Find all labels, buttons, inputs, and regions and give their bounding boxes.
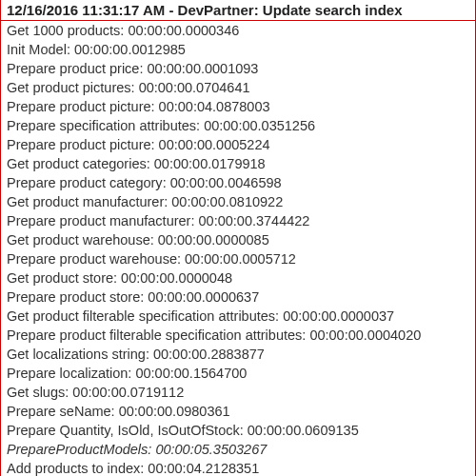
- log-row-label: Prepare product store: [7, 289, 140, 305]
- log-row: Prepare product picture00:00:00.0005224: [7, 135, 469, 154]
- log-row-label: Get product manufacturer: [7, 194, 164, 209]
- log-row-label: Get 1000 products: [7, 23, 120, 38]
- log-row-label: Prepare product manufacturer: [7, 213, 190, 228]
- log-row-time: 00:00:00.0046598: [170, 175, 282, 190]
- log-row-separator: [163, 175, 170, 190]
- log-row-label: Get product store: [7, 270, 113, 286]
- log-row-label: Prepare product warehouse: [7, 251, 177, 267]
- log-row-label: Prepare Quantity, IsOld, IsOutOfStock: [7, 423, 240, 438]
- header-timestamp: 12/16/2016 11:31:17 AM: [7, 2, 165, 18]
- log-row-label: Get product pictures: [7, 80, 131, 95]
- header-sep2: :: [254, 2, 263, 18]
- log-row-time: 00:00:00.0810922: [171, 194, 283, 209]
- log-row-time: 00:00:00.0000346: [128, 23, 239, 38]
- log-row-label: Get slugs: [7, 385, 65, 400]
- log-row: Prepare product store00:00:00.0000637: [7, 288, 469, 307]
- log-row: Add products to index00:00:04.2128351: [7, 459, 469, 476]
- log-panel: 12/16/2016 11:31:17 AM - DevPartner: Upd…: [0, 0, 476, 476]
- log-row-time: 00:00:05.3503267: [155, 442, 267, 457]
- log-row: Prepare product category00:00:00.0046598: [7, 173, 469, 192]
- log-row-separator: [146, 347, 153, 362]
- log-row-separator: [139, 61, 147, 76]
- log-row-label: Prepare localization: [7, 366, 128, 381]
- log-row-separator: [111, 404, 119, 419]
- log-row-separator: [275, 308, 283, 324]
- log-row-time: 00:00:00.0179918: [154, 156, 266, 171]
- log-row: Prepare localization00:00:00.1564700: [7, 364, 469, 383]
- log-row-label: Prepare product picture: [7, 137, 151, 152]
- log-row-label: Get product categories: [7, 156, 147, 171]
- log-row-time: 00:00:00.0005712: [185, 251, 296, 267]
- log-row-time: 00:00:00.0000037: [283, 308, 394, 324]
- log-row-label: Init Model: [7, 42, 67, 57]
- log-row-label: Prepare product picture: [7, 99, 151, 114]
- log-rows: Get 1000 products00:00:00.0000346Init Mo…: [7, 21, 469, 476]
- log-row: Prepare product warehouse00:00:00.000571…: [7, 249, 469, 268]
- log-row-separator: [177, 251, 185, 267]
- log-row: Get product store00:00:00.0000048: [7, 268, 469, 288]
- log-row-time: 00:00:00.0012985: [74, 42, 186, 57]
- log-row-time: 00:00:00.0719112: [72, 385, 184, 400]
- log-row-label: Prepare seName: [7, 404, 111, 419]
- log-row: Prepare product manufacturer00:00:00.374…: [7, 211, 469, 230]
- log-row-time: 00:00:04.0878003: [159, 99, 270, 114]
- log-row-label: Get product filterable specification att…: [7, 308, 275, 324]
- log-row-separator: [240, 423, 248, 438]
- log-row-label: Get localizations string: [7, 347, 146, 362]
- header-title: Update search index: [263, 2, 403, 18]
- log-row: Prepare specification attributes00:00:00…: [7, 116, 469, 135]
- log-row-label: Prepare product category: [7, 175, 163, 190]
- log-row-time: 00:00:00.0000048: [121, 270, 232, 286]
- log-row-time: 00:00:04.2128351: [148, 461, 259, 476]
- log-row: Prepare product filterable specification…: [7, 326, 469, 345]
- log-row: Prepare seName00:00:00.0980361: [7, 402, 469, 421]
- log-row-label: Prepare specification attributes: [7, 118, 196, 133]
- log-row-label: Prepare product price: [7, 61, 139, 76]
- log-row-time: 00:00:00.0001093: [148, 61, 259, 76]
- log-row-time: 00:00:00.3744422: [199, 213, 310, 228]
- log-row-separator: [150, 232, 158, 248]
- log-row-time: 00:00:00.0351256: [204, 118, 315, 133]
- log-row: Get localizations string00:00:00.2883877: [7, 345, 469, 364]
- log-row-time: 00:00:00.0704641: [139, 80, 250, 95]
- log-header: 12/16/2016 11:31:17 AM - DevPartner: Upd…: [1, 0, 475, 21]
- log-row-separator: [151, 99, 159, 114]
- log-row-label: Prepare product filterable specification…: [7, 327, 302, 343]
- log-row-time: 00:00:00.0005224: [159, 137, 270, 152]
- log-row: Prepare Quantity, IsOld, IsOutOfStock00:…: [7, 421, 469, 440]
- log-row-time: 00:00:00.0000637: [148, 289, 259, 305]
- log-row-time: 00:00:00.2883877: [153, 347, 265, 362]
- log-row-separator: [113, 270, 121, 286]
- log-row-label: Get product warehouse: [7, 232, 150, 248]
- log-row-time: 00:00:00.0609135: [248, 423, 359, 438]
- log-row-time: 00:00:00.0000085: [158, 232, 269, 248]
- log-row: Get product warehouse00:00:00.0000085: [7, 230, 469, 249]
- log-row-separator: [147, 156, 154, 171]
- log-row: Prepare product price00:00:00.0001093: [7, 59, 469, 78]
- log-row: Get product categories00:00:00.0179918: [7, 154, 469, 173]
- log-row-label: Add products to index: [7, 461, 140, 476]
- log-row-separator: [151, 137, 159, 152]
- log-row-separator: [67, 42, 74, 57]
- log-row: Get product pictures00:00:00.0704641: [7, 78, 469, 97]
- log-row-separator: [131, 80, 139, 95]
- log-row-separator: [190, 213, 198, 228]
- log-row-time: 00:00:00.1564700: [135, 366, 247, 381]
- log-row: Get product manufacturer00:00:00.0810922: [7, 192, 469, 211]
- log-row-separator: [196, 118, 204, 133]
- log-row: Init Model00:00:00.0012985: [7, 40, 469, 59]
- log-row: PrepareProductModels00:00:05.3503267: [7, 440, 469, 459]
- log-row-time: 00:00:00.0980361: [119, 404, 230, 419]
- log-row-label: PrepareProductModels: [7, 442, 148, 457]
- log-row: Get slugs00:00:00.0719112: [7, 383, 469, 402]
- header-sep1: -: [169, 2, 177, 18]
- log-row: Get 1000 products00:00:00.0000346: [7, 21, 469, 40]
- log-row: Get product filterable specification att…: [7, 307, 469, 326]
- header-source: DevPartner: [178, 2, 254, 18]
- log-row-time: 00:00:00.0004020: [309, 327, 421, 343]
- log-row: Prepare product picture00:00:04.0878003: [7, 97, 469, 116]
